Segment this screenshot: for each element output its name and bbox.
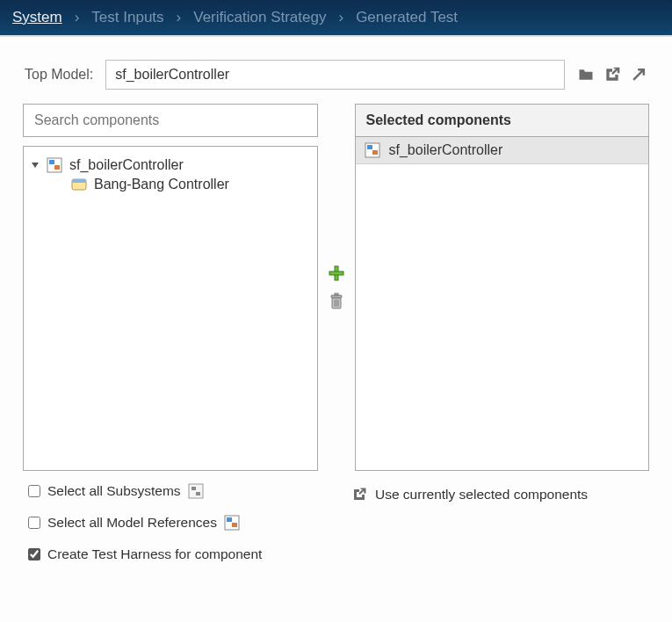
collapse-triangle-icon[interactable] xyxy=(31,161,40,170)
available-components-panel: sf_boilerController Bang-Bang Controller xyxy=(23,104,318,471)
crumb-test-inputs[interactable]: Test Inputs xyxy=(91,9,163,26)
top-model-row: Top Model: xyxy=(0,37,672,98)
top-model-label: Top Model: xyxy=(25,67,93,83)
crumb-generated-test[interactable]: Generated Test xyxy=(356,9,458,26)
svg-rect-14 xyxy=(367,145,372,149)
subsystem-type-icon xyxy=(188,483,204,499)
svg-rect-18 xyxy=(227,517,232,522)
svg-rect-1 xyxy=(49,160,54,164)
create-harness-checkbox[interactable] xyxy=(28,548,40,561)
component-tree[interactable]: sf_boilerController Bang-Bang Controller xyxy=(23,146,318,471)
component-panels: sf_boilerController Bang-Bang Controller xyxy=(0,98,672,471)
subsystem-icon xyxy=(71,177,87,192)
select-all-modelrefs-checkbox[interactable] xyxy=(28,517,40,529)
select-all-subsystems-row[interactable]: Select all Subsystems xyxy=(28,483,350,499)
tree-child-node[interactable]: Bang-Bang Controller xyxy=(31,175,310,194)
select-all-modelrefs-row[interactable]: Select all Model References xyxy=(28,515,350,531)
selected-item[interactable]: sf_boilerController xyxy=(356,137,649,164)
selected-components-header: Selected components xyxy=(355,104,650,137)
top-model-tools xyxy=(577,66,647,83)
top-model-input[interactable] xyxy=(105,60,565,90)
use-currently-selected-button[interactable]: Use currently selected components xyxy=(350,483,649,503)
breadcrumb-sep: › xyxy=(177,9,182,26)
svg-rect-15 xyxy=(372,150,378,155)
tree-node-label: Bang-Bang Controller xyxy=(94,177,229,192)
svg-rect-19 xyxy=(232,523,237,527)
svg-rect-2 xyxy=(54,165,60,170)
svg-rect-6 xyxy=(329,271,343,275)
breadcrumb-sep: › xyxy=(338,9,343,26)
select-all-modelrefs-label: Select all Model References xyxy=(47,515,217,531)
selected-components-panel: Selected components sf_boilerController xyxy=(355,104,650,471)
open-model-icon[interactable] xyxy=(630,66,647,83)
model-file-icon xyxy=(47,157,62,173)
use-currently-selected-label: Use currently selected components xyxy=(375,487,588,503)
open-folder-icon[interactable] xyxy=(577,66,595,83)
create-harness-row[interactable]: Create Test Harness for component xyxy=(28,546,350,562)
use-current-icon[interactable] xyxy=(603,66,621,83)
options-area: Select all Subsystems Select all Model R… xyxy=(0,471,672,562)
selected-item-label: sf_boilerController xyxy=(389,142,503,158)
breadcrumb-sep: › xyxy=(75,9,80,26)
add-icon[interactable] xyxy=(328,264,345,282)
model-file-icon xyxy=(365,142,380,158)
trash-icon[interactable] xyxy=(328,293,345,310)
search-input[interactable] xyxy=(23,104,318,137)
breadcrumb: System › Test Inputs › Verification Stra… xyxy=(0,0,672,37)
select-all-subsystems-checkbox[interactable] xyxy=(28,485,40,497)
use-current-icon xyxy=(350,487,368,503)
model-ref-icon xyxy=(224,515,240,531)
select-all-subsystems-label: Select all Subsystems xyxy=(47,483,181,499)
tree-node-label: sf_boilerController xyxy=(69,157,184,173)
selected-components-list[interactable]: sf_boilerController xyxy=(355,137,650,471)
crumb-verification-strategy[interactable]: Verification Strategy xyxy=(193,9,326,26)
crumb-system[interactable]: System xyxy=(12,9,62,26)
svg-rect-4 xyxy=(72,179,86,183)
add-remove-controls xyxy=(318,104,355,471)
svg-rect-16 xyxy=(189,484,203,498)
svg-rect-9 xyxy=(335,293,338,295)
tree-root-node[interactable]: sf_boilerController xyxy=(31,156,310,175)
create-harness-label: Create Test Harness for component xyxy=(47,546,262,562)
